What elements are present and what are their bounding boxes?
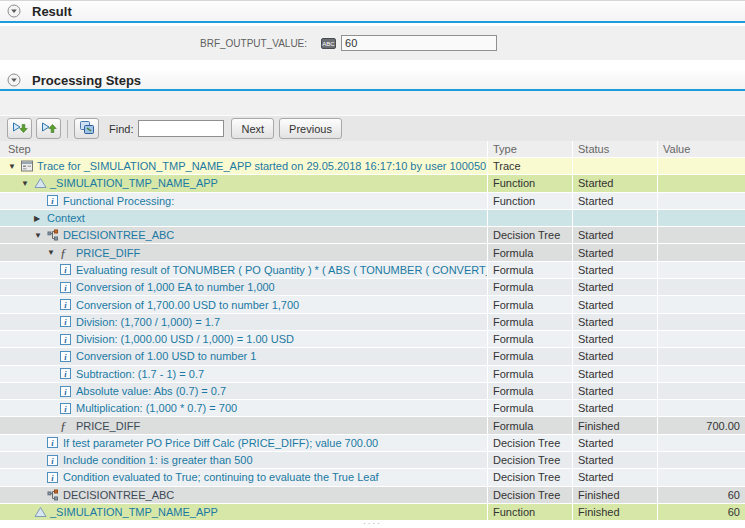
info-icon: i [60,316,76,327]
step-cell: ▼_SIMULATION_TMP_NAME_APP [0,175,487,191]
status-cell: Finished [572,417,657,433]
find-input[interactable] [138,120,224,137]
step-cell: ƒPRICE_DIFF [0,417,487,433]
svg-text:ABC: ABC [322,41,335,47]
expand-all-icon [11,120,28,138]
step-label: Include condition 1: is greater than 500 [63,454,253,466]
step-label: _SIMULATION_TMP_NAME_APP [50,506,218,518]
type-cell: Formula [487,314,572,330]
result-section-header: Result [0,0,745,21]
step-cell: ▼ƒPRICE_DIFF [0,244,487,260]
step-label: _SIMULATION_TMP_NAME_APP [50,177,218,189]
value-cell [657,210,745,226]
collapse-node-icon[interactable]: ▼ [47,248,60,257]
info-icon: i [47,437,63,448]
toolbar-separator [67,120,68,138]
value-cell [657,452,745,468]
step-row[interactable]: iDivision: (1,700 / 1,000) = 1.7FormulaS… [0,314,745,331]
step-label: Evaluating result of TONUMBER ( PO Quant… [76,264,487,276]
status-cell: Started [572,175,657,191]
step-row[interactable]: ▶Context [0,210,745,227]
table-body: ▼Trace for _SIMULATION_TMP_NAME_APP star… [0,158,745,521]
step-cell: iIf test parameter PO Price Diff Calc (P… [0,435,487,451]
step-cell: iConversion of 1.00 USD to number 1 [0,348,487,364]
step-row[interactable]: iCondition evaluated to True; continuing… [0,469,745,486]
text-type-icon: ABC [321,38,336,49]
status-cell: Started [572,314,657,330]
output-value-input[interactable] [341,35,497,51]
step-label: Division: (1,700 / 1,000) = 1.7 [76,316,220,328]
step-label: Conversion of 1,700.00 USD to number 1,7… [76,299,299,311]
value-cell [657,158,745,174]
processing-section-title: Processing Steps [32,73,141,88]
info-icon: i [60,264,76,275]
value-cell: 60 [657,487,745,503]
type-cell: Formula [487,400,572,416]
type-cell: Formula [487,348,572,364]
status-cell: Finished [572,504,657,520]
type-cell: Decision Tree [487,435,572,451]
collapse-node-icon[interactable]: ▼ [34,231,47,240]
step-cell: _SIMULATION_TMP_NAME_APP [0,504,487,520]
step-row[interactable]: iFunctional Processing:FunctionStarted [0,193,745,210]
status-cell [572,210,657,226]
expand-all-button[interactable] [7,118,32,139]
value-cell [657,331,745,347]
status-cell: Started [572,227,657,243]
next-button[interactable]: Next [231,118,274,139]
trace-icon [21,160,37,172]
step-label: Absolute value: Abs (0.7) = 0.7 [76,385,226,397]
previous-button[interactable]: Previous [279,118,342,139]
step-row[interactable]: iInclude condition 1: is greater than 50… [0,452,745,469]
step-cell: iInclude condition 1: is greater than 50… [0,452,487,468]
steps-toolbar: Find: Next Previous [0,115,745,141]
step-row[interactable]: ƒPRICE_DIFFFormulaFinished700.00 [0,417,745,434]
step-row[interactable]: iMultiplication: (1,000 * 0.7) = 700Form… [0,400,745,417]
step-row[interactable]: ▼ƒPRICE_DIFFFormulaStarted [0,244,745,261]
value-cell [657,366,745,382]
value-cell [657,383,745,399]
step-row[interactable]: iConversion of 1.00 USD to number 1Formu… [0,348,745,365]
windows-icon [79,120,95,137]
step-label: Conversion of 1.00 USD to number 1 [76,350,256,362]
value-cell [657,193,745,209]
status-cell: Started [572,193,657,209]
step-row[interactable]: ▼_SIMULATION_TMP_NAME_APPFunctionStarted [0,175,745,192]
expand-node-icon[interactable]: ▶ [34,214,47,223]
function-icon [34,506,50,518]
collapse-node-icon[interactable]: ▼ [8,162,21,171]
step-row[interactable]: iDivision: (1,000.00 USD / 1,000) = 1.00… [0,331,745,348]
value-cell [657,244,745,260]
step-row[interactable]: ▼Trace for _SIMULATION_TMP_NAME_APP star… [0,158,745,175]
collapse-section-icon[interactable] [7,4,21,18]
step-row[interactable]: iAbsolute value: Abs (0.7) = 0.7FormulaS… [0,383,745,400]
step-row[interactable]: iConversion of 1,700.00 USD to number 1,… [0,296,745,313]
step-label: If test parameter PO Price Diff Calc (PR… [63,437,378,449]
step-cell: iSubtraction: (1.7 - 1) = 0.7 [0,366,487,382]
info-icon: i [60,351,76,362]
table-header-row: Step Type Status Value [0,141,745,158]
function-icon [34,177,50,189]
step-row[interactable]: DECISIONTREE_ABCDecision TreeFinished60 [0,487,745,504]
step-row[interactable]: ▼DECISIONTREE_ABCDecision TreeStarted [0,227,745,244]
step-row[interactable]: iIf test parameter PO Price Diff Calc (P… [0,435,745,452]
step-cell: ▼DECISIONTREE_ABC [0,227,487,243]
step-row[interactable]: iConversion of 1,000 EA to number 1,000F… [0,279,745,296]
value-cell [657,469,745,485]
type-cell: Formula [487,279,572,295]
result-panel: BRF_OUTPUT_VALUE: ABC [0,26,745,60]
collapse-node-icon[interactable]: ▼ [21,179,34,188]
technical-trace-button[interactable] [74,118,99,139]
resize-handle[interactable]: ···· [363,521,382,527]
find-label: Find: [109,123,133,135]
type-cell: Formula [487,366,572,382]
step-row[interactable]: iEvaluating result of TONUMBER ( PO Quan… [0,262,745,279]
type-cell: Decision Tree [487,469,572,485]
step-label: Trace for _SIMULATION_TMP_NAME_APP start… [37,160,487,172]
status-cell: Started [572,366,657,382]
collapse-all-button[interactable] [36,118,61,139]
value-cell [657,262,745,278]
info-icon: i [47,472,63,483]
collapse-section-icon[interactable] [7,73,21,87]
step-row[interactable]: iSubtraction: (1.7 - 1) = 0.7FormulaStar… [0,366,745,383]
